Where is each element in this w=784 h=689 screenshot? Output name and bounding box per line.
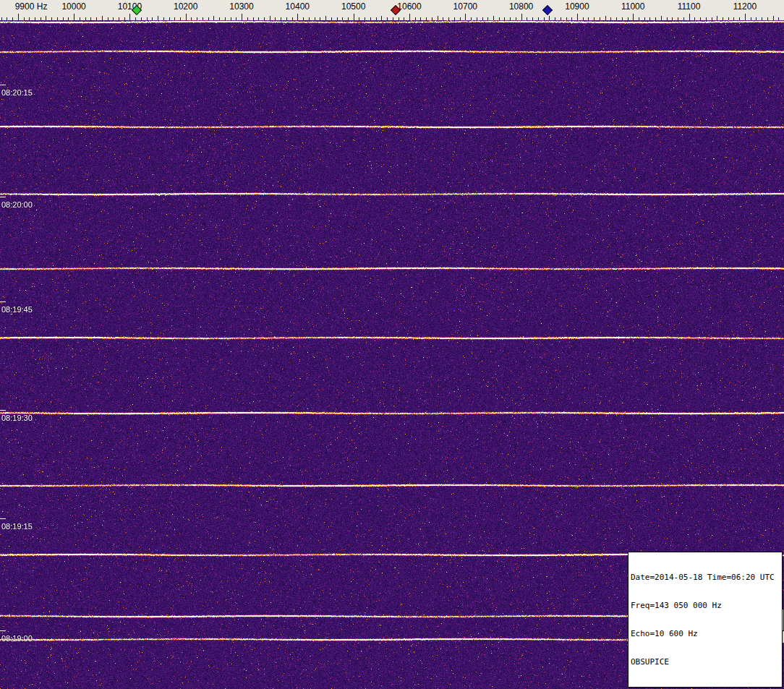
ruler-tick [694, 17, 695, 20]
ruler-tick [225, 17, 226, 20]
ruler-tick [667, 17, 668, 20]
ruler-label-11200: 11200 [733, 1, 757, 12]
ruler-tick [728, 17, 729, 20]
ruler-tick [381, 16, 382, 20]
ruler-tick [733, 17, 734, 20]
time-tick [0, 85, 6, 85]
frequency-ruler[interactable]: 9900 Hz100001010010200103001040010500106… [0, 0, 784, 20]
info-echo-frequency: Echo=10 600 Hz [631, 629, 780, 638]
ruler-tick [549, 16, 550, 20]
ruler-tick [516, 17, 516, 20]
ruler-tick [588, 17, 589, 20]
ruler-tick [203, 17, 203, 20]
ruler-tick [80, 17, 80, 20]
ruler-tick [7, 17, 7, 20]
ruler-tick [404, 17, 404, 20]
ruler-tick [655, 17, 656, 20]
info-station-name: OBSUPICE [631, 657, 780, 667]
ruler-tick [561, 17, 561, 20]
ruler-tick [342, 17, 343, 20]
ruler-tick [46, 16, 46, 20]
ruler-tick [337, 17, 338, 20]
time-label: 08:20:15 [1, 88, 33, 97]
ruler-tick [778, 17, 779, 20]
ruler-tick [756, 17, 757, 20]
ruler-tick [577, 14, 578, 20]
ruler-tick [370, 17, 371, 20]
ruler-tick [465, 14, 466, 20]
ruler-tick [628, 17, 629, 20]
ruler-tick [315, 17, 315, 20]
ruler-label-10400: 10400 [286, 1, 310, 12]
ruler-tick [102, 16, 103, 20]
ruler-tick [174, 17, 175, 20]
ruler-tick [544, 17, 545, 20]
ruler-tick [35, 17, 35, 20]
ruler-tick [610, 17, 611, 20]
ruler-tick [119, 17, 119, 20]
ruler-tick [147, 17, 148, 20]
ruler-tick [510, 17, 511, 20]
ruler-label-11100: 11100 [678, 1, 701, 12]
ruler-tick [521, 14, 522, 20]
ruler-tick [354, 14, 354, 20]
ruler-label-10300: 10300 [229, 1, 253, 12]
ruler-tick [158, 16, 158, 20]
ruler-tick [393, 17, 393, 20]
ruler-tick [443, 17, 443, 20]
ruler-tick [493, 16, 494, 20]
ruler-tick [700, 17, 701, 20]
ruler-tick [566, 17, 567, 20]
ruler-tick [129, 14, 130, 20]
ruler-tick [303, 17, 304, 20]
ruler-tick [213, 16, 214, 20]
ruler-tick [12, 17, 13, 20]
ruler-tick [532, 17, 533, 20]
ruler-tick [90, 17, 91, 20]
ruler-tick [739, 17, 740, 20]
ruler-tick [487, 17, 488, 20]
ruler-tick [113, 17, 114, 20]
ruler-tick [163, 17, 164, 20]
ruler-tick [247, 17, 248, 20]
ruler-tick [689, 14, 690, 20]
ruler-tick [600, 17, 600, 20]
blue-diamond-marker[interactable] [542, 5, 553, 15]
ruler-tick [527, 17, 527, 20]
ruler-tick [320, 17, 320, 20]
ruler-tick [717, 16, 717, 20]
ruler-tick [633, 14, 634, 20]
ruler-tick [348, 17, 349, 20]
ruler-tick [639, 17, 639, 20]
ruler-tick [387, 17, 388, 20]
ruler-tick [286, 17, 287, 20]
ruler-tick [24, 17, 25, 20]
ruler-tick [219, 17, 220, 20]
ruler-tick [649, 17, 650, 20]
ruler-tick [723, 17, 723, 20]
ruler-tick [661, 16, 662, 20]
ruler-tick [292, 17, 293, 20]
ruler-tick [415, 17, 416, 20]
ruler-tick [376, 17, 377, 20]
ruler-tick [281, 17, 281, 20]
ruler-tick [63, 17, 64, 20]
observation-info-box: Date=2014-05-18 Time=06:20 UTC Freq=143 … [628, 552, 783, 688]
ruler-tick [399, 17, 399, 20]
spectrogram-window: 9900 Hz100001010010200103001040010500106… [0, 0, 784, 689]
ruler-tick [644, 17, 645, 20]
ruler-tick [359, 17, 359, 20]
info-frequency: Freq=143 050 000 Hz [631, 601, 780, 610]
ruler-tick [108, 17, 108, 20]
ruler-tick [85, 17, 86, 20]
ruler-tick [297, 14, 298, 20]
ruler-tick [605, 16, 606, 20]
ruler-tick [1, 17, 2, 20]
ruler-label-10200: 10200 [174, 1, 197, 12]
ruler-tick [751, 17, 751, 20]
time-tick [0, 301, 6, 302]
ruler-tick [258, 17, 259, 20]
ruler-tick [135, 17, 136, 20]
ruler-tick [208, 17, 209, 20]
ruler-tick [767, 17, 768, 20]
